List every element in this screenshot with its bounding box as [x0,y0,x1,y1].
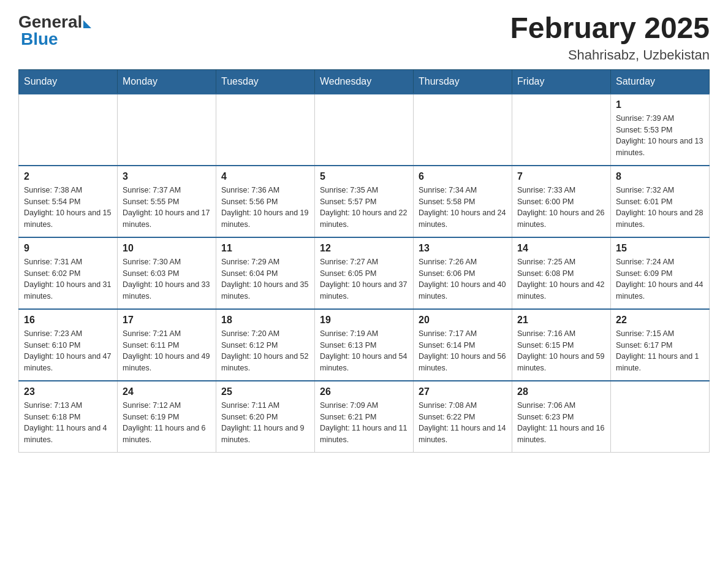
calendar-week-row: 9Sunrise: 7:31 AM Sunset: 6:02 PM Daylig… [19,237,710,309]
calendar-cell: 13Sunrise: 7:26 AM Sunset: 6:06 PM Dayli… [414,237,512,309]
header-thursday: Thursday [414,69,512,94]
day-info: Sunrise: 7:26 AM Sunset: 6:06 PM Dayligh… [419,256,507,302]
calendar-cell [414,94,512,166]
calendar-week-row: 23Sunrise: 7:13 AM Sunset: 6:18 PM Dayli… [19,381,710,453]
day-info: Sunrise: 7:08 AM Sunset: 6:22 PM Dayligh… [419,400,507,446]
calendar-cell: 15Sunrise: 7:24 AM Sunset: 6:09 PM Dayli… [611,237,710,309]
day-number: 19 [320,315,408,326]
calendar-cell: 14Sunrise: 7:25 AM Sunset: 6:08 PM Dayli… [512,237,611,309]
logo: General Blue [18,12,91,49]
day-info: Sunrise: 7:16 AM Sunset: 6:15 PM Dayligh… [517,328,605,374]
calendar-cell [118,94,216,166]
calendar-cell: 11Sunrise: 7:29 AM Sunset: 6:04 PM Dayli… [216,237,315,309]
day-info: Sunrise: 7:12 AM Sunset: 6:19 PM Dayligh… [123,400,211,446]
day-number: 1 [616,99,704,110]
day-number: 7 [517,171,605,182]
day-info: Sunrise: 7:13 AM Sunset: 6:18 PM Dayligh… [24,400,112,446]
day-number: 16 [24,315,112,326]
day-info: Sunrise: 7:34 AM Sunset: 5:58 PM Dayligh… [419,185,507,231]
calendar-cell: 1Sunrise: 7:39 AM Sunset: 5:53 PM Daylig… [611,94,710,166]
day-info: Sunrise: 7:38 AM Sunset: 5:54 PM Dayligh… [24,185,112,231]
calendar-cell: 27Sunrise: 7:08 AM Sunset: 6:22 PM Dayli… [414,381,512,453]
logo-blue-text: Blue [21,29,58,49]
page-header: General Blue February 2025 Shahrisabz, U… [18,12,710,63]
day-number: 4 [221,171,309,182]
day-info: Sunrise: 7:11 AM Sunset: 6:20 PM Dayligh… [221,400,309,446]
day-number: 9 [24,243,112,254]
calendar-cell: 20Sunrise: 7:17 AM Sunset: 6:14 PM Dayli… [414,309,512,381]
calendar-cell: 23Sunrise: 7:13 AM Sunset: 6:18 PM Dayli… [19,381,118,453]
calendar-cell: 5Sunrise: 7:35 AM Sunset: 5:57 PM Daylig… [315,166,414,237]
calendar-cell [315,94,414,166]
day-info: Sunrise: 7:35 AM Sunset: 5:57 PM Dayligh… [320,185,408,231]
calendar-cell: 25Sunrise: 7:11 AM Sunset: 6:20 PM Dayli… [216,381,315,453]
day-info: Sunrise: 7:36 AM Sunset: 5:56 PM Dayligh… [221,185,309,231]
calendar-cell: 9Sunrise: 7:31 AM Sunset: 6:02 PM Daylig… [19,237,118,309]
day-number: 13 [419,243,507,254]
header-wednesday: Wednesday [315,69,414,94]
calendar-cell: 10Sunrise: 7:30 AM Sunset: 6:03 PM Dayli… [118,237,216,309]
day-info: Sunrise: 7:29 AM Sunset: 6:04 PM Dayligh… [221,256,309,302]
day-number: 11 [221,243,309,254]
calendar-cell: 17Sunrise: 7:21 AM Sunset: 6:11 PM Dayli… [118,309,216,381]
calendar-cell: 16Sunrise: 7:23 AM Sunset: 6:10 PM Dayli… [19,309,118,381]
calendar-cell [512,94,611,166]
day-info: Sunrise: 7:17 AM Sunset: 6:14 PM Dayligh… [419,328,507,374]
day-number: 10 [123,243,211,254]
calendar-cell: 19Sunrise: 7:19 AM Sunset: 6:13 PM Dayli… [315,309,414,381]
day-number: 25 [221,386,309,397]
day-info: Sunrise: 7:24 AM Sunset: 6:09 PM Dayligh… [616,256,704,302]
calendar-cell: 22Sunrise: 7:15 AM Sunset: 6:17 PM Dayli… [611,309,710,381]
day-number: 21 [517,315,605,326]
calendar-cell: 2Sunrise: 7:38 AM Sunset: 5:54 PM Daylig… [19,166,118,237]
calendar-cell: 28Sunrise: 7:06 AM Sunset: 6:23 PM Dayli… [512,381,611,453]
calendar-cell: 4Sunrise: 7:36 AM Sunset: 5:56 PM Daylig… [216,166,315,237]
day-number: 20 [419,315,507,326]
weekday-header-row: Sunday Monday Tuesday Wednesday Thursday… [19,69,710,94]
day-number: 23 [24,386,112,397]
day-number: 18 [221,315,309,326]
day-number: 12 [320,243,408,254]
calendar-cell [611,381,710,453]
calendar-cell: 21Sunrise: 7:16 AM Sunset: 6:15 PM Dayli… [512,309,611,381]
header-monday: Monday [118,69,216,94]
day-number: 17 [123,315,211,326]
calendar-cell: 3Sunrise: 7:37 AM Sunset: 5:55 PM Daylig… [118,166,216,237]
header-sunday: Sunday [19,69,118,94]
calendar-week-row: 16Sunrise: 7:23 AM Sunset: 6:10 PM Dayli… [19,309,710,381]
day-info: Sunrise: 7:06 AM Sunset: 6:23 PM Dayligh… [517,400,605,446]
day-info: Sunrise: 7:30 AM Sunset: 6:03 PM Dayligh… [123,256,211,302]
day-info: Sunrise: 7:09 AM Sunset: 6:21 PM Dayligh… [320,400,408,446]
day-info: Sunrise: 7:37 AM Sunset: 5:55 PM Dayligh… [123,185,211,231]
calendar-cell: 8Sunrise: 7:32 AM Sunset: 6:01 PM Daylig… [611,166,710,237]
calendar-table: Sunday Monday Tuesday Wednesday Thursday… [18,69,710,453]
header-tuesday: Tuesday [216,69,315,94]
day-number: 8 [616,171,704,182]
title-section: February 2025 Shahrisabz, Uzbekistan [510,12,710,63]
calendar-week-row: 2Sunrise: 7:38 AM Sunset: 5:54 PM Daylig… [19,166,710,237]
header-saturday: Saturday [611,69,710,94]
day-number: 15 [616,243,704,254]
calendar-week-row: 1Sunrise: 7:39 AM Sunset: 5:53 PM Daylig… [19,94,710,166]
day-info: Sunrise: 7:19 AM Sunset: 6:13 PM Dayligh… [320,328,408,374]
day-info: Sunrise: 7:25 AM Sunset: 6:08 PM Dayligh… [517,256,605,302]
day-number: 5 [320,171,408,182]
calendar-cell: 26Sunrise: 7:09 AM Sunset: 6:21 PM Dayli… [315,381,414,453]
header-friday: Friday [512,69,611,94]
day-info: Sunrise: 7:31 AM Sunset: 6:02 PM Dayligh… [24,256,112,302]
logo-arrow-icon [83,20,91,28]
calendar-cell [19,94,118,166]
day-info: Sunrise: 7:21 AM Sunset: 6:11 PM Dayligh… [123,328,211,374]
day-info: Sunrise: 7:15 AM Sunset: 6:17 PM Dayligh… [616,328,704,374]
calendar-cell: 24Sunrise: 7:12 AM Sunset: 6:19 PM Dayli… [118,381,216,453]
calendar-title: February 2025 [510,12,710,45]
calendar-cell: 12Sunrise: 7:27 AM Sunset: 6:05 PM Dayli… [315,237,414,309]
day-number: 27 [419,386,507,397]
day-number: 14 [517,243,605,254]
day-number: 28 [517,386,605,397]
day-number: 3 [123,171,211,182]
day-info: Sunrise: 7:20 AM Sunset: 6:12 PM Dayligh… [221,328,309,374]
day-info: Sunrise: 7:27 AM Sunset: 6:05 PM Dayligh… [320,256,408,302]
day-number: 6 [419,171,507,182]
day-info: Sunrise: 7:39 AM Sunset: 5:53 PM Dayligh… [616,113,704,159]
